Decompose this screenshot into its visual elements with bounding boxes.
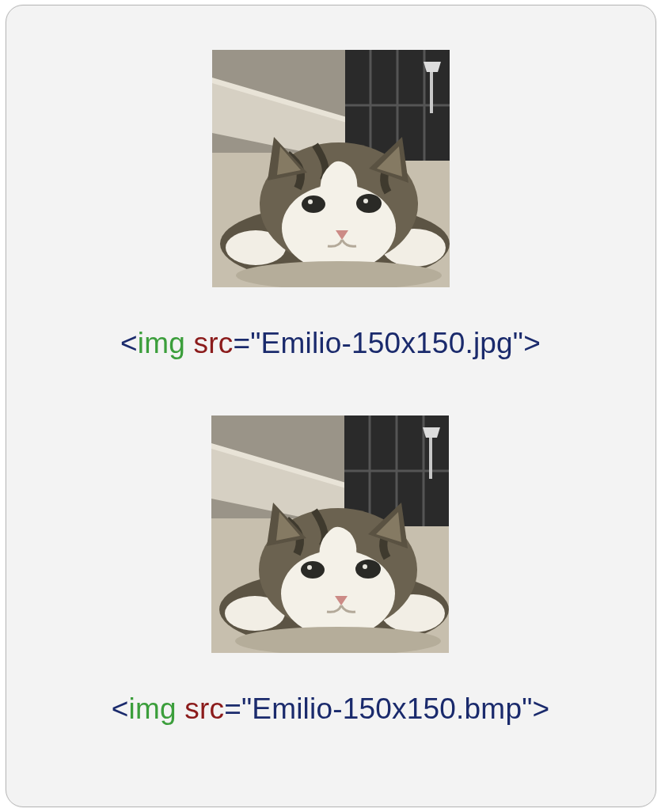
example-block: <img src="Emilio-150x150.bmp">: [112, 415, 550, 726]
code-snippet: <img src="Emilio-150x150.bmp">: [112, 692, 550, 726]
cat-image: [211, 415, 449, 653]
tag-name: img: [138, 327, 185, 359]
svg-point-46: [301, 561, 325, 579]
example-card: <img src="Emilio-150x150.jpg">: [6, 5, 656, 807]
svg-point-48: [307, 565, 312, 570]
svg-point-20: [302, 195, 325, 213]
bracket-open: <: [112, 692, 129, 725]
svg-point-23: [363, 199, 368, 203]
tag-name: img: [128, 692, 176, 725]
attr-value: "Emilio-150x150.jpg": [250, 327, 523, 359]
svg-rect-35: [429, 435, 432, 479]
svg-point-22: [308, 199, 313, 204]
svg-point-49: [363, 564, 367, 569]
bracket-close: >: [523, 327, 541, 359]
equals-sign: =: [233, 327, 250, 359]
svg-point-47: [355, 560, 381, 579]
attr-name: src: [184, 692, 224, 725]
svg-rect-9: [430, 70, 433, 113]
attr-value: "Emilio-150x150.bmp": [241, 692, 533, 725]
cat-image: [212, 50, 450, 287]
equals-sign: =: [224, 692, 241, 725]
bracket-close: >: [533, 692, 550, 725]
code-snippet: <img src="Emilio-150x150.jpg">: [120, 327, 541, 360]
example-block: <img src="Emilio-150x150.jpg">: [120, 50, 541, 360]
bracket-open: <: [120, 327, 138, 359]
attr-name: src: [194, 327, 234, 359]
svg-point-21: [356, 194, 382, 213]
